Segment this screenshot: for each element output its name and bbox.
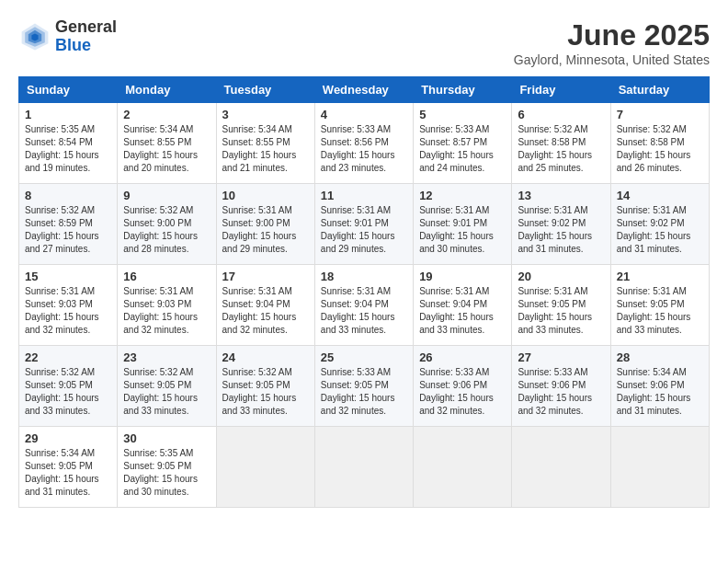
column-header-friday: Friday: [512, 77, 610, 103]
calendar-cell: 21Sunrise: 5:31 AM Sunset: 9:05 PM Dayli…: [610, 265, 709, 346]
day-info: Sunrise: 5:33 AM Sunset: 9:06 PM Dayligh…: [518, 366, 604, 418]
calendar-cell: [610, 427, 709, 508]
column-header-monday: Monday: [118, 77, 216, 103]
calendar-cell: 28Sunrise: 5:34 AM Sunset: 9:06 PM Dayli…: [610, 346, 709, 427]
day-number: 12: [419, 189, 506, 202]
day-info: Sunrise: 5:31 AM Sunset: 9:03 PM Dayligh…: [123, 285, 210, 337]
calendar-week-2: 8Sunrise: 5:32 AM Sunset: 8:59 PM Daylig…: [19, 184, 710, 265]
day-number: 14: [617, 189, 703, 202]
calendar-cell: 25Sunrise: 5:33 AM Sunset: 9:05 PM Dayli…: [314, 346, 413, 427]
day-info: Sunrise: 5:33 AM Sunset: 9:06 PM Dayligh…: [419, 366, 506, 418]
day-number: 13: [518, 189, 604, 202]
day-info: Sunrise: 5:32 AM Sunset: 8:58 PM Dayligh…: [518, 123, 604, 175]
day-number: 6: [518, 108, 604, 121]
calendar-cell: 12Sunrise: 5:31 AM Sunset: 9:01 PM Dayli…: [414, 184, 512, 265]
day-number: 21: [617, 270, 703, 283]
calendar-cell: 15Sunrise: 5:31 AM Sunset: 9:03 PM Dayli…: [19, 265, 118, 346]
calendar-cell: 1Sunrise: 5:35 AM Sunset: 8:54 PM Daylig…: [19, 103, 118, 184]
day-number: 8: [25, 189, 111, 202]
calendar-cell: 29Sunrise: 5:34 AM Sunset: 9:05 PM Dayli…: [19, 427, 118, 508]
day-number: 11: [321, 189, 407, 202]
day-info: Sunrise: 5:33 AM Sunset: 8:57 PM Dayligh…: [419, 123, 506, 175]
day-number: 1: [25, 108, 111, 121]
calendar-header-row: SundayMondayTuesdayWednesdayThursdayFrid…: [19, 77, 710, 103]
day-info: Sunrise: 5:35 AM Sunset: 9:05 PM Dayligh…: [123, 447, 210, 499]
day-number: 28: [617, 350, 703, 364]
day-info: Sunrise: 5:31 AM Sunset: 9:05 PM Dayligh…: [617, 285, 703, 337]
day-number: 20: [518, 270, 604, 283]
column-header-tuesday: Tuesday: [216, 77, 314, 103]
logo-blue: Blue: [55, 37, 117, 55]
day-number: 18: [321, 270, 407, 283]
calendar-cell: 30Sunrise: 5:35 AM Sunset: 9:05 PM Dayli…: [118, 427, 216, 508]
day-info: Sunrise: 5:32 AM Sunset: 9:05 PM Dayligh…: [222, 366, 309, 418]
calendar-cell: 10Sunrise: 5:31 AM Sunset: 9:00 PM Dayli…: [216, 184, 314, 265]
calendar-cell: 24Sunrise: 5:32 AM Sunset: 9:05 PM Dayli…: [216, 346, 314, 427]
day-info: Sunrise: 5:31 AM Sunset: 9:05 PM Dayligh…: [518, 285, 604, 337]
day-number: 2: [123, 108, 210, 121]
day-number: 15: [25, 270, 111, 283]
day-info: Sunrise: 5:33 AM Sunset: 9:05 PM Dayligh…: [321, 366, 407, 418]
day-number: 19: [419, 270, 506, 283]
day-info: Sunrise: 5:31 AM Sunset: 9:03 PM Dayligh…: [25, 285, 111, 337]
calendar-cell: 16Sunrise: 5:31 AM Sunset: 9:03 PM Dayli…: [118, 265, 216, 346]
calendar-cell: 11Sunrise: 5:31 AM Sunset: 9:01 PM Dayli…: [314, 184, 413, 265]
calendar-cell: 3Sunrise: 5:34 AM Sunset: 8:55 PM Daylig…: [216, 103, 314, 184]
calendar-week-1: 1Sunrise: 5:35 AM Sunset: 8:54 PM Daylig…: [19, 103, 710, 184]
logo: General Blue: [18, 18, 117, 55]
day-number: 23: [123, 350, 210, 364]
calendar-cell: 26Sunrise: 5:33 AM Sunset: 9:06 PM Dayli…: [414, 346, 512, 427]
logo-general: General: [55, 18, 117, 37]
logo-text: General Blue: [55, 18, 117, 55]
calendar-cell: 7Sunrise: 5:32 AM Sunset: 8:58 PM Daylig…: [610, 103, 709, 184]
logo-icon: [18, 20, 51, 53]
day-info: Sunrise: 5:31 AM Sunset: 9:04 PM Dayligh…: [321, 285, 407, 337]
title-block: June 2025 Gaylord, Minnesota, United Sta…: [514, 18, 710, 67]
day-number: 10: [222, 189, 309, 202]
calendar-cell: 14Sunrise: 5:31 AM Sunset: 9:02 PM Dayli…: [610, 184, 709, 265]
day-info: Sunrise: 5:31 AM Sunset: 9:04 PM Dayligh…: [419, 285, 506, 337]
day-number: 4: [321, 108, 407, 121]
calendar-cell: [512, 427, 610, 508]
location: Gaylord, Minnesota, United States: [514, 52, 710, 67]
calendar-cell: 8Sunrise: 5:32 AM Sunset: 8:59 PM Daylig…: [19, 184, 118, 265]
day-number: 24: [222, 350, 309, 364]
day-number: 26: [419, 350, 506, 364]
day-number: 30: [123, 431, 210, 445]
day-info: Sunrise: 5:34 AM Sunset: 9:06 PM Dayligh…: [617, 366, 703, 418]
day-info: Sunrise: 5:31 AM Sunset: 9:01 PM Dayligh…: [419, 204, 506, 256]
calendar-week-5: 29Sunrise: 5:34 AM Sunset: 9:05 PM Dayli…: [19, 427, 710, 508]
day-info: Sunrise: 5:32 AM Sunset: 9:05 PM Dayligh…: [123, 366, 210, 418]
day-info: Sunrise: 5:34 AM Sunset: 8:55 PM Dayligh…: [123, 123, 210, 175]
day-info: Sunrise: 5:31 AM Sunset: 9:02 PM Dayligh…: [617, 204, 703, 256]
calendar-cell: 18Sunrise: 5:31 AM Sunset: 9:04 PM Dayli…: [314, 265, 413, 346]
calendar-cell: 17Sunrise: 5:31 AM Sunset: 9:04 PM Dayli…: [216, 265, 314, 346]
calendar-cell: [314, 427, 413, 508]
day-number: 3: [222, 108, 309, 121]
calendar-cell: 6Sunrise: 5:32 AM Sunset: 8:58 PM Daylig…: [512, 103, 610, 184]
column-header-sunday: Sunday: [19, 77, 118, 103]
column-header-saturday: Saturday: [610, 77, 709, 103]
day-number: 17: [222, 270, 309, 283]
day-number: 29: [25, 431, 111, 445]
day-number: 27: [518, 350, 604, 364]
page-header: General Blue June 2025 Gaylord, Minnesot…: [18, 18, 710, 67]
calendar-cell: 2Sunrise: 5:34 AM Sunset: 8:55 PM Daylig…: [118, 103, 216, 184]
calendar-cell: 20Sunrise: 5:31 AM Sunset: 9:05 PM Dayli…: [512, 265, 610, 346]
day-info: Sunrise: 5:32 AM Sunset: 8:59 PM Dayligh…: [25, 204, 111, 256]
calendar-cell: 9Sunrise: 5:32 AM Sunset: 9:00 PM Daylig…: [118, 184, 216, 265]
day-info: Sunrise: 5:31 AM Sunset: 9:01 PM Dayligh…: [321, 204, 407, 256]
day-info: Sunrise: 5:32 AM Sunset: 9:05 PM Dayligh…: [25, 366, 111, 418]
day-info: Sunrise: 5:34 AM Sunset: 9:05 PM Dayligh…: [25, 447, 111, 499]
day-number: 5: [419, 108, 506, 121]
month-title: June 2025: [514, 18, 710, 52]
day-info: Sunrise: 5:31 AM Sunset: 9:00 PM Dayligh…: [222, 204, 309, 256]
calendar-cell: 4Sunrise: 5:33 AM Sunset: 8:56 PM Daylig…: [314, 103, 413, 184]
calendar-cell: 23Sunrise: 5:32 AM Sunset: 9:05 PM Dayli…: [118, 346, 216, 427]
calendar-cell: [414, 427, 512, 508]
calendar-cell: 27Sunrise: 5:33 AM Sunset: 9:06 PM Dayli…: [512, 346, 610, 427]
day-number: 9: [123, 189, 210, 202]
day-info: Sunrise: 5:33 AM Sunset: 8:56 PM Dayligh…: [321, 123, 407, 175]
day-number: 7: [617, 108, 703, 121]
column-header-thursday: Thursday: [414, 77, 512, 103]
